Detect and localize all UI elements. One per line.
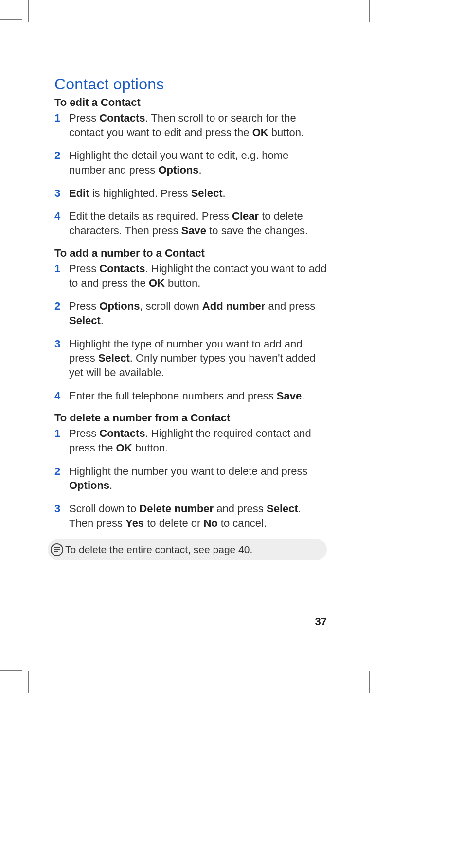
- step-text: Press Contacts. Highlight the contact yo…: [69, 262, 327, 289]
- strong-text: OK: [149, 277, 165, 289]
- step-text: Edit the details as required. Press Clea…: [69, 210, 308, 237]
- steps-list: 1Press Contacts. Highlight the required …: [54, 426, 327, 530]
- subsection-heading: To delete a number from a Contact: [54, 412, 327, 424]
- crop-mark: [0, 670, 22, 671]
- step-number: 4: [54, 209, 66, 224]
- step-number: 2: [54, 148, 66, 163]
- text-run: Press: [69, 427, 99, 439]
- text-run: and press: [265, 300, 315, 312]
- step-text: Highlight the number you want to delete …: [69, 465, 307, 492]
- text-run: .: [199, 164, 202, 176]
- step-item: 1Press Contacts. Then scroll to or searc…: [54, 111, 327, 139]
- subsection-heading: To add a number to a Contact: [54, 247, 327, 260]
- crop-mark: [28, 671, 29, 693]
- text-run: to save the changes.: [206, 225, 308, 237]
- strong-text: Select: [267, 503, 298, 515]
- step-item: 4Edit the details as required. Press Cle…: [54, 209, 327, 238]
- text-run: .: [101, 314, 104, 327]
- step-item: 4Enter the full telephone numbers and pr…: [54, 389, 327, 403]
- text-run: Enter the full telephone numbers and pre…: [69, 390, 277, 402]
- step-item: 1Press Contacts. Highlight the contact y…: [54, 261, 327, 290]
- strong-text: Delete number: [139, 503, 214, 515]
- step-text: Press Contacts. Then scroll to or search…: [69, 112, 304, 139]
- note-box: To delete the entire contact, see page 4…: [48, 539, 327, 560]
- text-run: , scroll down: [140, 300, 202, 312]
- strong-text: Save: [277, 390, 302, 402]
- crop-mark: [0, 19, 22, 20]
- text-run: .: [302, 390, 304, 402]
- text-run: Edit the details as required. Press: [69, 210, 232, 222]
- step-item: 3Highlight the type of number you want t…: [54, 337, 327, 380]
- strong-text: No: [203, 517, 217, 529]
- step-number: 1: [54, 261, 66, 276]
- content-area: Contact options To edit a Contact1Press …: [54, 75, 327, 560]
- step-number: 4: [54, 389, 66, 403]
- text-run: to delete or: [144, 517, 203, 529]
- strong-text: OK: [116, 442, 132, 454]
- steps-list: 1Press Contacts. Then scroll to or searc…: [54, 111, 327, 238]
- text-run: to cancel.: [218, 517, 267, 529]
- strong-text: Options: [69, 479, 109, 491]
- strong-text: Add number: [202, 300, 266, 312]
- note-text: To delete the entire contact, see page 4…: [65, 544, 252, 556]
- step-number: 2: [54, 299, 66, 313]
- strong-text: Contacts: [99, 112, 145, 124]
- strong-text: Contacts: [99, 262, 145, 275]
- note-icon: [50, 542, 64, 557]
- step-item: 3Edit is highlighted. Press Select.: [54, 186, 327, 201]
- crop-mark: [369, 0, 370, 22]
- strong-text: Edit: [69, 187, 89, 199]
- text-run: is highlighted. Press: [89, 187, 191, 199]
- crop-mark: [28, 0, 29, 22]
- step-number: 1: [54, 426, 66, 441]
- step-number: 2: [54, 464, 66, 479]
- step-text: Highlight the detail you want to edit, e…: [69, 149, 288, 176]
- page: Contact options To edit a Contact1Press …: [0, 0, 464, 868]
- step-text: Highlight the type of number you want to…: [69, 338, 316, 379]
- text-run: button.: [165, 277, 200, 289]
- text-run: .: [223, 187, 226, 199]
- step-item: 1Press Contacts. Highlight the required …: [54, 426, 327, 455]
- text-run: .: [109, 479, 112, 491]
- strong-text: Options: [158, 164, 198, 176]
- step-number: 3: [54, 337, 66, 351]
- step-text: Press Contacts. Highlight the required c…: [69, 427, 311, 454]
- crop-mark: [369, 671, 370, 693]
- text-run: button.: [132, 442, 168, 454]
- text-run: Highlight the number you want to delete …: [69, 465, 307, 477]
- page-number: 37: [315, 615, 327, 628]
- strong-text: Contacts: [99, 427, 145, 439]
- strong-text: Yes: [125, 517, 144, 529]
- text-run: Press: [69, 300, 99, 312]
- strong-text: Clear: [232, 210, 259, 222]
- strong-text: Select: [191, 187, 223, 199]
- strong-text: OK: [252, 126, 268, 139]
- strong-text: Save: [181, 225, 206, 237]
- text-run: Press: [69, 262, 99, 275]
- step-item: 2Highlight the number you want to delete…: [54, 464, 327, 493]
- text-run: button.: [268, 126, 304, 139]
- step-number: 3: [54, 186, 66, 201]
- step-text: Press Options, scroll down Add number an…: [69, 300, 315, 327]
- strong-text: Select: [69, 314, 101, 327]
- strong-text: Select: [98, 352, 130, 364]
- step-item: 3Scroll down to Delete number and press …: [54, 502, 327, 530]
- section-title: Contact options: [54, 75, 327, 93]
- step-text: Enter the full telephone numbers and pre…: [69, 390, 304, 402]
- step-item: 2Highlight the detail you want to edit, …: [54, 148, 327, 177]
- strong-text: Options: [99, 300, 140, 312]
- subsection-heading: To edit a Contact: [54, 96, 327, 109]
- step-text: Edit is highlighted. Press Select.: [69, 187, 226, 199]
- text-run: and press: [214, 503, 267, 515]
- step-number: 3: [54, 502, 66, 516]
- step-text: Scroll down to Delete number and press S…: [69, 503, 301, 529]
- step-number: 1: [54, 111, 66, 125]
- step-item: 2Press Options, scroll down Add number a…: [54, 299, 327, 328]
- text-run: Press: [69, 112, 99, 124]
- steps-list: 1Press Contacts. Highlight the contact y…: [54, 261, 327, 403]
- text-run: Scroll down to: [69, 503, 139, 515]
